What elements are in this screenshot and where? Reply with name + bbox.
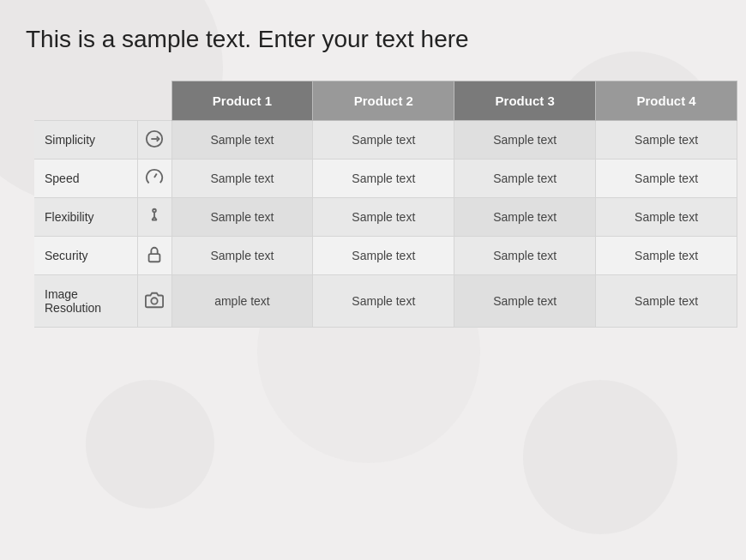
svg-point-2 (151, 298, 157, 304)
row-label-camera: Image Resolution (34, 275, 137, 328)
row-label-simplicity: Simplicity (34, 121, 137, 160)
table-row: SpeedSample textSample textSample textSa… (34, 160, 737, 198)
header-empty-icon (137, 81, 171, 121)
page-content: This is a sample text. Enter your text h… (0, 0, 746, 345)
cell-speed-product3: Sample text (454, 160, 596, 198)
cell-speed-product2: Sample text (313, 160, 454, 198)
header-product4: Product 4 (596, 81, 737, 121)
cell-camera-product2: Sample text (313, 275, 454, 328)
comparison-table-wrapper: Product 1 Product 2 Product 3 Product 4 … (34, 81, 720, 328)
cell-flexibility-product4: Sample text (596, 198, 737, 237)
cell-camera-product4: Sample text (596, 275, 737, 328)
row-icon-speed (137, 160, 171, 198)
cell-flexibility-product3: Sample text (454, 198, 596, 237)
cell-flexibility-product1: Sample text (171, 198, 313, 237)
header-product2: Product 2 (313, 81, 454, 121)
cell-security-product4: Sample text (596, 237, 737, 275)
table-header-row: Product 1 Product 2 Product 3 Product 4 (34, 81, 737, 121)
row-icon-security (137, 237, 171, 275)
row-label-speed: Speed (34, 160, 137, 198)
row-label-security: Security (34, 237, 137, 275)
table-row: SimplicitySample textSample textSample t… (34, 121, 737, 160)
table-row: FlexibilitySample textSample textSample … (34, 198, 737, 237)
row-icon-camera (137, 275, 171, 328)
cell-speed-product4: Sample text (596, 160, 737, 198)
cell-flexibility-product2: Sample text (313, 198, 454, 237)
row-icon-simplicity (137, 121, 171, 160)
page-title: This is a sample text. Enter your text h… (26, 26, 720, 53)
svg-rect-1 (149, 254, 160, 262)
cell-speed-product1: Sample text (171, 160, 313, 198)
cell-simplicity-product4: Sample text (596, 121, 737, 160)
cell-simplicity-product2: Sample text (313, 121, 454, 160)
comparison-table: Product 1 Product 2 Product 3 Product 4 … (34, 81, 737, 328)
header-product1: Product 1 (171, 81, 313, 121)
cell-simplicity-product1: Sample text (171, 121, 313, 160)
cell-simplicity-product3: Sample text (454, 121, 596, 160)
header-product3: Product 3 (454, 81, 596, 121)
cell-security-product1: Sample text (171, 237, 313, 275)
table-row: SecuritySample textSample textSample tex… (34, 237, 737, 275)
row-icon-flexibility (137, 198, 171, 237)
cell-camera-product1: ample text (171, 275, 313, 328)
cell-security-product3: Sample text (454, 237, 596, 275)
table-row: Image Resolutionample textSample textSam… (34, 275, 737, 328)
header-empty-label (34, 81, 137, 121)
svg-point-0 (153, 208, 156, 212)
cell-camera-product3: Sample text (454, 275, 596, 328)
cell-security-product2: Sample text (313, 237, 454, 275)
row-label-flexibility: Flexibility (34, 198, 137, 237)
